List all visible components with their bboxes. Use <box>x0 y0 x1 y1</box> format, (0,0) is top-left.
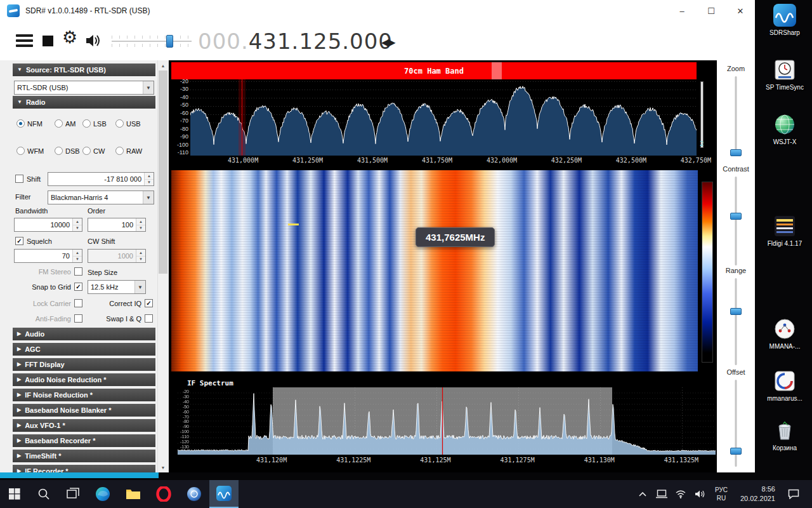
gear-icon[interactable]: ⚙ <box>62 29 77 46</box>
radio-button[interactable] <box>82 147 91 155</box>
main-spectrum-canvas[interactable] <box>190 79 697 156</box>
step-size-select[interactable]: 12.5 kHz ▼ <box>88 280 146 294</box>
frequency-value[interactable]: 431.125.000 <box>249 29 393 54</box>
radio-button[interactable] <box>115 147 124 155</box>
spinner-arrows-icon[interactable]: ▲▼ <box>72 250 82 262</box>
correct-iq-checkbox[interactable] <box>145 299 153 307</box>
radio-button[interactable] <box>16 147 25 155</box>
panel-header[interactable]: TimeShift * <box>13 450 155 462</box>
taskbar-sdrsharp-button[interactable] <box>209 480 239 508</box>
mode-option[interactable]: AM <box>55 119 82 128</box>
language-indicator[interactable]: РУС RU <box>710 480 732 508</box>
squelch-checkbox-row[interactable]: Squelch <box>15 237 52 245</box>
hamburger-menu-button[interactable] <box>16 34 33 50</box>
shift-checkbox-row[interactable]: Shift <box>15 175 41 183</box>
panel-header[interactable]: Baseband Noise Blanker * <box>13 404 155 417</box>
anti-fading-row[interactable]: Anti-Fading <box>11 314 82 323</box>
start-button[interactable] <box>0 480 29 508</box>
minimize-button[interactable]: – <box>667 0 697 22</box>
if-spectrum-canvas[interactable] <box>178 387 716 455</box>
mode-option[interactable]: WFM <box>16 147 55 155</box>
fm-stereo-row[interactable]: FM Stereo <box>11 267 82 276</box>
panel-header[interactable]: Aux VFO-1 * <box>13 419 155 432</box>
taskbar-clock[interactable]: 8:56 20.02.2021 <box>735 480 779 508</box>
range-slider-handle[interactable] <box>730 308 742 315</box>
spinner-arrows-icon[interactable]: ▲▼ <box>72 218 82 231</box>
frequency-display[interactable]: 000.431.125.000 <box>198 29 393 54</box>
tray-chevron-icon[interactable] <box>634 480 651 508</box>
spinner-arrows-icon[interactable]: ▲▼ <box>136 218 145 231</box>
zoom-slider[interactable] <box>735 76 737 154</box>
lock-carrier-row[interactable]: Lock Carrier <box>11 299 82 307</box>
filter-select[interactable]: Blackman-Harris 4 ▼ <box>48 190 154 204</box>
mode-option[interactable]: RAW <box>115 147 147 155</box>
speaker-icon[interactable] <box>84 32 101 51</box>
titlebar[interactable]: SDR# v1.0.0.1489 - RTL-SDR (USB) – ☐ ✕ <box>0 0 755 22</box>
snap-to-grid-row[interactable]: Snap to Grid <box>11 283 82 291</box>
zoom-slider-handle[interactable] <box>730 149 742 156</box>
tune-step-arrows-icon[interactable]: ◀▶ <box>381 36 395 48</box>
mode-option[interactable]: LSB <box>82 119 115 128</box>
close-button[interactable]: ✕ <box>726 0 755 22</box>
edge-browser-icon[interactable] <box>88 480 118 508</box>
desktop-icon-sdrsharp[interactable]: SDRSharp <box>756 4 812 37</box>
laptop-icon[interactable] <box>653 480 670 508</box>
file-explorer-icon[interactable] <box>118 480 148 508</box>
spectrum-zoom-scrollbar[interactable] <box>700 81 704 148</box>
order-input[interactable]: 100 ▲▼ <box>88 218 146 232</box>
volume-slider-handle[interactable] <box>166 35 173 48</box>
app-icon[interactable] <box>179 480 209 508</box>
panel-header[interactable]: Audio <box>13 328 155 340</box>
network-icon[interactable] <box>672 480 689 508</box>
panel-header[interactable]: FFT Display <box>13 358 155 371</box>
mode-option[interactable]: NFM <box>16 119 55 128</box>
desktop-icon-fldigi[interactable]: Fldigi 4.1.17 <box>756 215 812 248</box>
volume-icon[interactable] <box>691 480 708 508</box>
squelch-checkbox[interactable] <box>15 237 23 245</box>
contrast-slider-handle[interactable] <box>730 213 742 220</box>
spinner-arrows-icon[interactable]: ▲▼ <box>144 173 154 185</box>
scrollbar-thumb[interactable] <box>159 70 167 274</box>
panel-header[interactable]: Audio Noise Reduction * <box>13 373 155 386</box>
scroll-down-arrow-icon[interactable]: ▼ <box>158 462 167 472</box>
sidebar-scrollbar[interactable]: ▲ ▼ <box>157 60 167 472</box>
contrast-slider[interactable] <box>735 177 737 265</box>
stop-button[interactable] <box>43 36 53 46</box>
scroll-up-arrow-icon[interactable]: ▲ <box>158 60 167 70</box>
correct-iq-row[interactable]: Correct IQ <box>86 299 153 307</box>
desktop-icon-wsjtx[interactable]: WSJT-X <box>756 113 812 146</box>
offset-slider-handle[interactable] <box>730 448 742 455</box>
shift-input[interactable]: -17 810 000 ▲▼ <box>48 172 154 186</box>
desktop-icon-mmanarus[interactable]: mmanarus... <box>756 370 812 403</box>
volume-slider[interactable] <box>112 41 192 42</box>
desktop-icon-mmana[interactable]: MMANA-... <box>756 318 812 351</box>
range-slider[interactable] <box>735 278 737 365</box>
search-icon[interactable] <box>29 480 58 508</box>
snap-to-grid-checkbox[interactable] <box>74 283 82 291</box>
mode-option[interactable]: DSB <box>55 147 82 155</box>
desktop-icon-recycle-bin[interactable]: Корзина <box>756 419 812 452</box>
desktop-icon-sp-timesync[interactable]: SP TimeSync <box>756 58 812 91</box>
fm-stereo-checkbox[interactable] <box>74 267 82 276</box>
bandwidth-input[interactable]: 10000 ▲▼ <box>14 218 82 232</box>
anti-fading-checkbox[interactable] <box>74 314 82 323</box>
radio-button[interactable] <box>55 119 63 128</box>
source-device-select[interactable]: RTL-SDR (USB) ▼ <box>14 81 154 95</box>
mode-option[interactable]: CW <box>82 147 115 155</box>
radio-panel-header[interactable]: Radio <box>13 96 155 109</box>
mode-option[interactable]: USB <box>115 119 147 128</box>
radio-button[interactable] <box>82 119 91 128</box>
source-panel-header[interactable]: Source: RTL-SDR (USB) <box>13 64 155 76</box>
panel-header[interactable]: AGC <box>13 343 155 356</box>
task-view-icon[interactable] <box>58 480 88 508</box>
action-center-icon[interactable] <box>782 480 806 508</box>
panel-header[interactable]: IF Noise Reduction * <box>13 389 155 401</box>
swap-iq-checkbox[interactable] <box>145 314 153 323</box>
radio-button[interactable] <box>55 147 63 155</box>
waterfall-display[interactable] <box>171 170 698 371</box>
lock-carrier-checkbox[interactable] <box>74 299 82 307</box>
radio-button[interactable] <box>115 119 124 128</box>
maximize-button[interactable]: ☐ <box>697 0 726 22</box>
swap-iq-row[interactable]: Swap I & Q <box>86 314 153 323</box>
squelch-input[interactable]: 70 ▲▼ <box>14 249 82 263</box>
